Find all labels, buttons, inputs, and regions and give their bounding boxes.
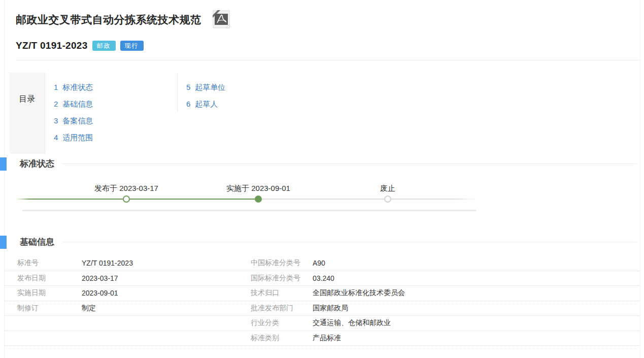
field-value: 03.240 [313, 274, 640, 282]
status-badge: 现行 [120, 41, 144, 51]
field-value: 2023-09-01 [82, 289, 251, 297]
pdf-file-icon[interactable] [213, 10, 230, 28]
field-label: 实施日期 [5, 288, 82, 298]
toc-item-label: 起草人 [195, 100, 218, 108]
field-label: 国际标准分类号 [251, 274, 313, 283]
toc-item-number: 3 [54, 116, 58, 125]
field-value: 全国邮政业标准化技术委员会 [313, 288, 640, 298]
field-value: 国家邮政局 [313, 304, 640, 313]
section-title-basic-info: 基础信息 [20, 236, 54, 248]
basic-info-table: 标准号 YZ/T 0191-2023 中国标准分类号 A90 发布日期 2023… [5, 256, 640, 346]
toc-item-number: 2 [54, 100, 58, 108]
table-row: 制修订 制定 批准发布部门 国家邮政局 [5, 301, 640, 316]
toc-item-number: 1 [54, 83, 58, 91]
section-marker [0, 236, 7, 249]
table-row: 行业分类 交通运输、仓储和邮政业 [5, 316, 640, 331]
timeline-dot-implemented [255, 196, 262, 203]
table-row: 实施日期 2023-09-01 技术归口 全国邮政业标准化技术委员会 [5, 286, 640, 301]
section-divider-line [62, 164, 637, 164]
section-divider-line [62, 242, 637, 242]
toc-item-label: 备案信息 [62, 116, 93, 125]
timeline-label-implemented: 实施于 2023-09-01 [226, 184, 290, 193]
toc-column-2: 5起草单位 6起草人 [177, 73, 225, 112]
field-value: A90 [313, 259, 640, 267]
header-divider [16, 60, 640, 60]
field-value: 交通运输、仓储和邮政业 [313, 318, 640, 328]
page-title: 邮政业交叉带式自动分拣系统技术规范 [16, 13, 201, 26]
field-label: 行业分类 [251, 318, 313, 328]
toc-link-drafters[interactable]: 6起草人 [186, 95, 225, 112]
standard-number: YZ/T 0191-2023 [16, 40, 88, 51]
table-row: 标准类别 产品标准 [5, 331, 640, 346]
timeline-scrollbar-track[interactable] [22, 210, 477, 211]
section-header-status: 标准状态 [5, 158, 637, 170]
field-value: 产品标准 [313, 334, 640, 343]
field-label: 发布日期 [5, 274, 82, 283]
toc-column-1: 1标准状态 2基础信息 3备案信息 4适用范围 [45, 73, 177, 146]
toc-item-label: 标准状态 [62, 83, 93, 91]
timeline-line-pending [258, 199, 477, 200]
field-value: YZ/T 0191-2023 [82, 259, 251, 267]
timeline-dot-published [123, 196, 130, 203]
timeline-label-revoked: 废止 [380, 184, 395, 193]
timeline-line-done [16, 199, 258, 200]
field-label: 批准发布部门 [251, 304, 313, 313]
toc-item-number: 5 [186, 83, 190, 91]
toc-link-basic-info[interactable]: 2基础信息 [54, 95, 177, 112]
toc-item-number: 4 [54, 133, 58, 142]
section-header-basic-info: 基础信息 [5, 236, 637, 248]
field-label: 技术归口 [251, 288, 313, 298]
timeline-label-published: 发布于 2023-03-17 [94, 184, 158, 193]
field-label: 标准号 [5, 258, 82, 268]
toc-link-standard-status[interactable]: 1标准状态 [54, 79, 177, 95]
table-row: 发布日期 2023-03-17 国际标准分类号 03.240 [5, 271, 640, 286]
toc-item-label: 起草单位 [195, 83, 225, 91]
status-timeline: 发布于 2023-03-17 实施于 2023-09-01 废止 [5, 182, 640, 221]
field-value: 2023-03-17 [82, 274, 251, 282]
section-marker [0, 157, 7, 171]
field-label: 标准类别 [251, 334, 313, 343]
toc-label: 目录 [10, 73, 45, 154]
field-label: 制修订 [5, 304, 82, 313]
page-header: 邮政业交叉带式自动分拣系统技术规范 YZ/T 0191-2023 邮政 现行 [5, 0, 640, 60]
field-value: 制定 [82, 304, 251, 313]
category-badge: 邮政 [92, 41, 116, 51]
section-title-status: 标准状态 [20, 158, 54, 170]
standard-detail-page: 邮政业交叉带式自动分拣系统技术规范 YZ/T 0191-2023 邮政 现行 目… [4, 0, 640, 358]
table-row: 标准号 YZ/T 0191-2023 中国标准分类号 A90 [5, 256, 640, 271]
table-of-contents: 目录 1标准状态 2基础信息 3备案信息 4适用范围 5起草单位 6起草人 [10, 73, 640, 154]
toc-item-label: 基础信息 [62, 100, 93, 108]
toc-item-label: 适用范围 [62, 133, 93, 142]
field-label: 中国标准分类号 [251, 258, 313, 268]
timeline-dot-revoked [384, 196, 391, 203]
toc-link-drafting-orgs[interactable]: 5起草单位 [186, 79, 225, 95]
toc-item-number: 6 [186, 100, 190, 108]
toc-link-scope[interactable]: 4适用范围 [54, 129, 177, 146]
toc-link-filing-info[interactable]: 3备案信息 [54, 112, 177, 129]
